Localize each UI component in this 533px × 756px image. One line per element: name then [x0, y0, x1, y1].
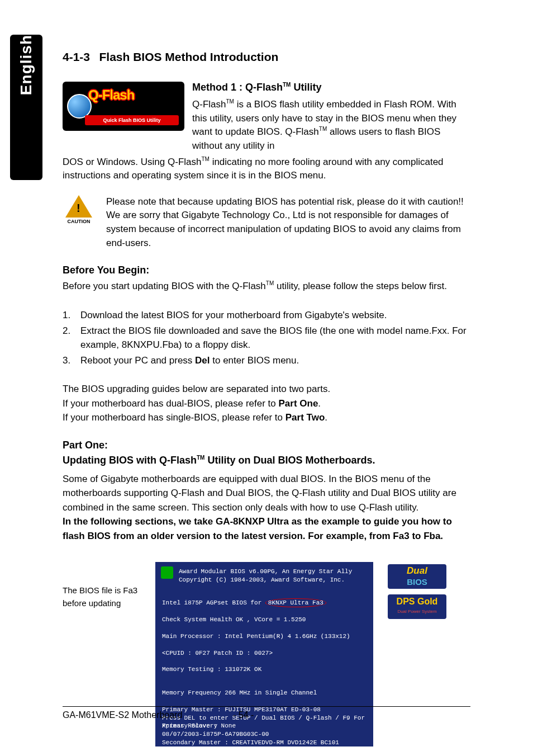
before-heading: Before You Begin: — [63, 264, 470, 276]
language-tab-label: English — [17, 35, 35, 111]
caution-block: CAUTION Please note that because updatin… — [63, 195, 470, 251]
footer-product: GA-M61VME-S2 Motherboard — [63, 710, 233, 720]
t: Secondary Master : CREATIVEDVD-RM DVD124… — [162, 739, 339, 746]
del-key: Del — [195, 355, 210, 366]
caution-label: CAUTION — [63, 219, 95, 224]
t: Q-Flash — [192, 99, 226, 110]
t: Main Processor : Intel Pentium(R) 4 1.6G… — [162, 633, 350, 640]
method1-title-text: Method 1 : Q-Flash — [192, 82, 283, 93]
tm-sup: TM — [283, 82, 291, 88]
t: DPS Gold — [397, 597, 438, 606]
t: . — [325, 412, 327, 423]
method1-para2: DOS or Windows. Using Q-FlashTM indicati… — [63, 155, 470, 183]
part-one-sub: Updating BIOS with Q-FlashTM Utility on … — [63, 455, 470, 466]
step-num: 3. — [63, 353, 70, 368]
step-num: 1. — [63, 308, 70, 323]
section-title: Flash BIOS Method Introduction — [99, 50, 278, 64]
bios-header-1: Award Modular BIOS v6.00PG, An Energy St… — [179, 568, 367, 576]
t: . — [318, 398, 321, 409]
bios-header-2: Copyright (C) 1984-2003, Award Software,… — [179, 576, 367, 584]
bios-version-callout: 8KNXP Ultra Fa3 — [265, 598, 326, 608]
tm-sup: TM — [226, 98, 234, 105]
t: Memory Frequency 266 MHz in Single Chann… — [162, 689, 317, 696]
tm-sup: TM — [266, 281, 274, 287]
part-one-ref: Part One — [278, 398, 318, 409]
t: Utility on Dual BIOS Motherboards. — [204, 455, 375, 466]
section-heading: 4-1-3 Flash BIOS Method Introduction — [63, 50, 470, 64]
tm-sup: TM — [201, 156, 209, 162]
t: Intel i875P AGPset BIOS for — [162, 599, 265, 606]
section-number: 4-1-3 — [63, 50, 90, 64]
method1-title-after: Utility — [291, 82, 321, 93]
t: 08/07/2003-i875P-6A79BG03C-00 — [162, 730, 367, 739]
list-item: 2. Extract the BIOS file downloaded and … — [63, 324, 470, 352]
qflash-logo: Q-Flash Quick Flash BIOS Utility — [63, 82, 184, 131]
bios-caption: The BIOS file is Fa3 before updating — [63, 562, 141, 609]
t: Updating BIOS with Q-Flash — [63, 455, 197, 466]
step-text: Reboot your PC and press Del to enter BI… — [80, 353, 470, 368]
bios-chip-icon — [161, 566, 173, 579]
qflash-logo-strip: Quick Flash BIOS Utility — [85, 115, 179, 125]
dps-gold-badge: DPS Gold Dual Power System — [388, 594, 446, 619]
t: BIOS — [388, 577, 446, 588]
t: Dual — [407, 565, 427, 576]
t: If your motherboard has single-BIOS, ple… — [63, 412, 285, 423]
part-one-heading: Part One: — [63, 440, 470, 451]
caution-text: Please note that because updating BIOS h… — [106, 195, 470, 251]
dual-bios-badge: Dual BIOS — [388, 564, 446, 589]
list-item: 3. Reboot your PC and press Del to enter… — [63, 353, 470, 368]
step-text: Download the latest BIOS for your mother… — [80, 308, 470, 323]
guides-l1: The BIOS upgrading guides below are sepa… — [63, 382, 470, 396]
t: to enter BIOS menu. — [210, 355, 299, 366]
bios-block-1: Intel i875P AGPset BIOS for 8KNXP Ultra … — [162, 590, 367, 674]
t: DOS or Windows. Using Q-Flash — [63, 157, 201, 167]
part-two-ref: Part Two — [285, 412, 325, 423]
guides-l2: If your motherboard has dual-BIOS, pleas… — [63, 396, 470, 411]
t: If your motherboard has dual-BIOS, pleas… — [63, 398, 278, 409]
t: Dual Power System — [388, 607, 446, 617]
caution-icon — [65, 195, 92, 218]
method1-para1: Q-FlashTM is a BIOS flash utility embedd… — [192, 98, 470, 153]
qflash-logo-text: Q-Flash — [88, 87, 134, 103]
list-item: 1. Download the latest BIOS for your mot… — [63, 308, 470, 323]
t: utility, please follow the steps below f… — [274, 281, 447, 291]
page-content: 4-1-3 Flash BIOS Method Introduction Q-F… — [63, 50, 470, 746]
page-footer: GA-M61VME-S2 Motherboard - 54 - — [63, 706, 470, 720]
tm-sup: TM — [197, 455, 204, 461]
t: Before you start updating BIOS with the … — [63, 281, 266, 291]
steps-list: 1. Download the latest BIOS for your mot… — [63, 308, 470, 367]
method1-title: Method 1 : Q-FlashTM Utility — [192, 82, 470, 93]
guides-l3: If your motherboard has single-BIOS, ple… — [63, 410, 470, 425]
step-text: Extract the BIOS file downloaded and sav… — [80, 324, 470, 352]
t: <CPUID : 0F27 Patch ID : 0027> — [162, 650, 273, 656]
before-intro: Before you start updating BIOS with the … — [63, 280, 470, 294]
part-one-p1: Some of Gigabyte motherboards are equipp… — [63, 472, 470, 515]
badge-column: Dual BIOS DPS Gold Dual Power System — [388, 562, 446, 619]
t: Check System Health OK , VCore = 1.5250 — [162, 616, 306, 623]
language-tab: English — [10, 35, 42, 180]
footer-page-number: - 54 - — [233, 710, 300, 720]
t: Reboot your PC and press — [80, 355, 195, 366]
step-num: 2. — [63, 324, 70, 352]
tm-sup: TM — [319, 126, 327, 133]
part-one-p2: In the following sections, we take GA-8K… — [63, 514, 470, 543]
t: Memory Testing : 131072K OK — [162, 666, 261, 673]
